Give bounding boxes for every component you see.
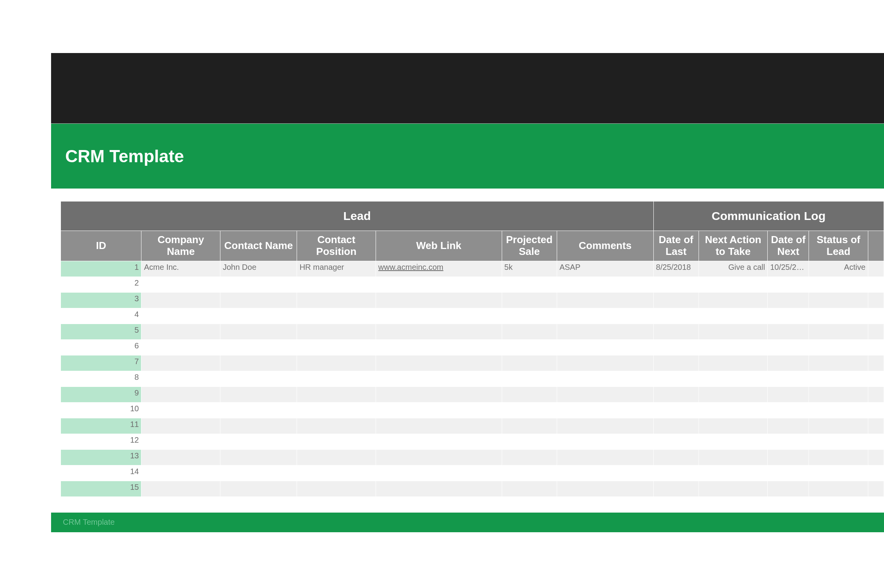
cell-date-last[interactable] (653, 418, 699, 434)
cell-web[interactable]: www.acmeinc.com (376, 261, 502, 277)
table-row[interactable]: 4 (61, 308, 884, 324)
cell-web[interactable] (376, 387, 502, 402)
cell-status[interactable] (809, 308, 868, 324)
cell-extra[interactable] (868, 465, 884, 481)
cell-status[interactable] (809, 355, 868, 371)
cell-comments[interactable] (557, 355, 653, 371)
cell-projected[interactable] (502, 465, 557, 481)
cell-extra[interactable] (868, 402, 884, 418)
cell-comments[interactable] (557, 387, 653, 402)
cell-comments[interactable]: ASAP (557, 261, 653, 277)
cell-projected[interactable] (502, 324, 557, 339)
cell-status[interactable]: Active (809, 261, 868, 277)
cell-extra[interactable] (868, 371, 884, 387)
cell-status[interactable] (809, 465, 868, 481)
cell-next-action[interactable] (699, 465, 767, 481)
cell-position[interactable] (297, 277, 376, 292)
cell-next-action[interactable] (699, 277, 767, 292)
cell-date-next[interactable] (768, 465, 809, 481)
cell-position[interactable]: HR manager (297, 261, 376, 277)
cell-date-last[interactable] (653, 402, 699, 418)
table-row[interactable]: 11 (61, 418, 884, 434)
web-link[interactable]: www.acmeinc.com (378, 263, 444, 271)
cell-date-last[interactable] (653, 465, 699, 481)
cell-id[interactable]: 9 (61, 387, 141, 402)
cell-projected[interactable] (502, 481, 557, 496)
table-row[interactable]: 13 (61, 449, 884, 465)
cell-next-action[interactable] (699, 339, 767, 355)
cell-date-last[interactable] (653, 387, 699, 402)
cell-next-action[interactable] (699, 402, 767, 418)
cell-position[interactable] (297, 292, 376, 308)
cell-extra[interactable] (868, 387, 884, 402)
cell-date-next[interactable] (768, 434, 809, 449)
cell-id[interactable]: 3 (61, 292, 141, 308)
cell-web[interactable] (376, 371, 502, 387)
cell-projected[interactable] (502, 355, 557, 371)
cell-status[interactable] (809, 434, 868, 449)
cell-status[interactable] (809, 387, 868, 402)
cell-comments[interactable] (557, 465, 653, 481)
cell-web[interactable] (376, 292, 502, 308)
cell-status[interactable] (809, 418, 868, 434)
cell-next-action[interactable] (699, 449, 767, 465)
cell-company[interactable] (141, 402, 220, 418)
cell-next-action[interactable]: Give a call (699, 261, 767, 277)
cell-contact[interactable] (220, 387, 297, 402)
cell-projected[interactable] (502, 402, 557, 418)
cell-next-action[interactable] (699, 481, 767, 496)
cell-comments[interactable] (557, 449, 653, 465)
cell-next-action[interactable] (699, 292, 767, 308)
cell-position[interactable] (297, 324, 376, 339)
cell-contact[interactable] (220, 339, 297, 355)
cell-comments[interactable] (557, 308, 653, 324)
cell-contact[interactable] (220, 449, 297, 465)
cell-projected[interactable] (502, 308, 557, 324)
cell-comments[interactable] (557, 371, 653, 387)
table-row[interactable]: 9 (61, 387, 884, 402)
cell-id[interactable]: 11 (61, 418, 141, 434)
cell-web[interactable] (376, 277, 502, 292)
cell-contact[interactable] (220, 481, 297, 496)
cell-contact[interactable]: John Doe (220, 261, 297, 277)
cell-web[interactable] (376, 418, 502, 434)
cell-contact[interactable] (220, 308, 297, 324)
cell-date-next[interactable] (768, 324, 809, 339)
cell-projected[interactable] (502, 387, 557, 402)
cell-date-next[interactable] (768, 277, 809, 292)
cell-projected[interactable] (502, 434, 557, 449)
cell-next-action[interactable] (699, 324, 767, 339)
cell-date-next[interactable] (768, 355, 809, 371)
cell-date-next[interactable] (768, 481, 809, 496)
cell-extra[interactable] (868, 355, 884, 371)
cell-contact[interactable] (220, 418, 297, 434)
cell-date-last[interactable] (653, 449, 699, 465)
cell-web[interactable] (376, 355, 502, 371)
table-row[interactable]: 5 (61, 324, 884, 339)
cell-position[interactable] (297, 371, 376, 387)
cell-date-next[interactable] (768, 292, 809, 308)
table-row[interactable]: 7 (61, 355, 884, 371)
cell-company[interactable] (141, 465, 220, 481)
cell-company[interactable] (141, 324, 220, 339)
cell-extra[interactable] (868, 418, 884, 434)
cell-comments[interactable] (557, 418, 653, 434)
cell-position[interactable] (297, 449, 376, 465)
cell-comments[interactable] (557, 434, 653, 449)
cell-status[interactable] (809, 371, 868, 387)
cell-date-next[interactable] (768, 308, 809, 324)
cell-comments[interactable] (557, 324, 653, 339)
cell-date-next[interactable] (768, 418, 809, 434)
cell-id[interactable]: 12 (61, 434, 141, 449)
cell-position[interactable] (297, 418, 376, 434)
cell-company[interactable] (141, 449, 220, 465)
cell-comments[interactable] (557, 339, 653, 355)
table-row[interactable]: 15 (61, 481, 884, 496)
cell-date-next[interactable] (768, 402, 809, 418)
cell-id[interactable]: 4 (61, 308, 141, 324)
cell-date-last[interactable] (653, 292, 699, 308)
cell-date-last[interactable]: 8/25/2018 (653, 261, 699, 277)
cell-comments[interactable] (557, 277, 653, 292)
cell-projected[interactable] (502, 339, 557, 355)
table-row[interactable]: 3 (61, 292, 884, 308)
